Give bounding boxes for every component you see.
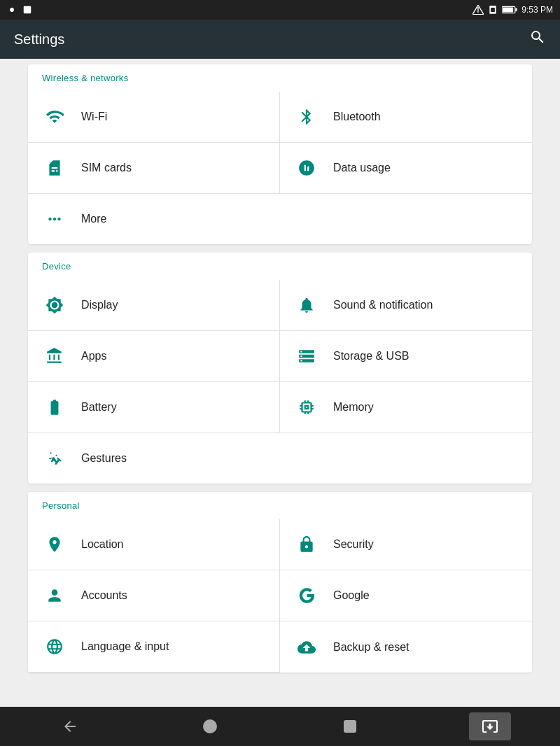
time-display: 9:53 PM [522,5,553,15]
data-usage-label: Data usage [333,162,391,174]
screencast-button[interactable] [469,712,511,740]
recents-button[interactable] [329,712,371,740]
svg-rect-8 [516,8,517,12]
image-icon [22,5,32,15]
display-icon [42,293,67,318]
svg-point-10 [204,720,216,733]
google-label: Google [333,589,370,602]
status-bar-left [7,5,32,15]
svg-rect-6 [491,8,495,12]
battery-item[interactable]: Battery [28,382,280,433]
device-grid: Display Sound & notification Apps [28,280,532,484]
notification-icon [7,5,17,15]
storage-label: Storage & USB [333,350,410,363]
personal-grid: Location Security Accounts [28,519,532,673]
backup-icon [294,635,319,660]
backup-label: Backup & reset [333,641,410,654]
more-item[interactable]: More [28,194,532,244]
bluetooth-icon [294,104,319,129]
data-usage-item[interactable]: Data usage [280,143,532,194]
sim-cards-icon [42,155,67,181]
location-item[interactable]: Location [28,519,280,570]
apps-label: Apps [81,350,106,363]
svg-rect-9 [503,7,513,12]
wifi-icon [42,104,67,129]
accounts-label: Accounts [81,589,127,602]
language-icon [42,634,67,659]
battery-label: Battery [81,401,117,414]
battery-icon [42,395,67,420]
status-bar: 9:53 PM [0,0,560,20]
storage-item[interactable]: Storage & USB [280,331,532,382]
sound-label: Sound & notification [333,299,433,311]
app-toolbar: Settings [0,20,560,59]
home-button[interactable] [189,712,231,740]
security-icon [294,532,319,557]
sim-cards-item[interactable]: SIM cards [28,143,280,194]
sound-item[interactable]: Sound & notification [280,280,532,331]
status-bar-right: 9:53 PM [472,5,553,15]
bluetooth-label: Bluetooth [333,111,381,123]
navigation-bar [0,707,560,746]
wifi-item[interactable]: Wi-Fi [28,92,280,143]
back-button[interactable] [49,712,91,740]
backup-item[interactable]: Backup & reset [280,621,532,673]
memory-label: Memory [333,401,374,414]
device-header: Device [28,261,532,280]
location-icon [42,532,67,557]
svg-point-0 [10,8,14,12]
device-section: Device Display Sound & notification [28,253,532,484]
display-label: Display [81,299,118,311]
display-item[interactable]: Display [28,280,280,331]
location-label: Location [81,538,124,551]
apps-icon [42,344,67,369]
language-item[interactable]: Language & input [28,621,280,673]
wifi-label: Wi-Fi [81,111,107,123]
page-title: Settings [14,31,64,48]
wireless-grid: Wi-Fi Bluetooth SIM cards [28,92,532,244]
svg-point-2 [25,8,27,9]
storage-icon [294,344,319,369]
personal-section: Personal Location Security A [28,492,532,673]
more-label: More [81,213,106,225]
accounts-item[interactable]: Accounts [28,570,280,621]
bluetooth-item[interactable]: Bluetooth [280,92,532,143]
data-usage-icon [294,155,319,181]
wireless-header: Wireless & networks [28,73,532,92]
main-content: Wireless & networks Wi-Fi Bluetooth [0,59,560,707]
gestures-item[interactable]: Gestures [28,433,532,484]
search-button[interactable] [529,29,546,50]
google-item[interactable]: Google [280,570,532,621]
security-item[interactable]: Security [280,519,532,570]
signal-icon [472,5,484,15]
gestures-icon [42,446,67,471]
security-label: Security [333,538,374,551]
sim-cards-label: SIM cards [81,162,132,174]
memory-icon [294,395,319,420]
svg-rect-11 [344,721,356,732]
apps-item[interactable]: Apps [28,331,280,382]
more-dots-icon [42,206,67,232]
language-label: Language & input [81,640,169,653]
sound-icon [294,293,319,318]
wireless-section: Wireless & networks Wi-Fi Bluetooth [28,64,532,244]
accounts-icon [42,583,67,608]
google-icon [294,583,319,608]
memory-item[interactable]: Memory [280,382,532,433]
battery-status-icon [502,6,517,14]
gestures-label: Gestures [81,452,127,465]
sim-status-icon [488,5,498,15]
personal-header: Personal [28,500,532,519]
